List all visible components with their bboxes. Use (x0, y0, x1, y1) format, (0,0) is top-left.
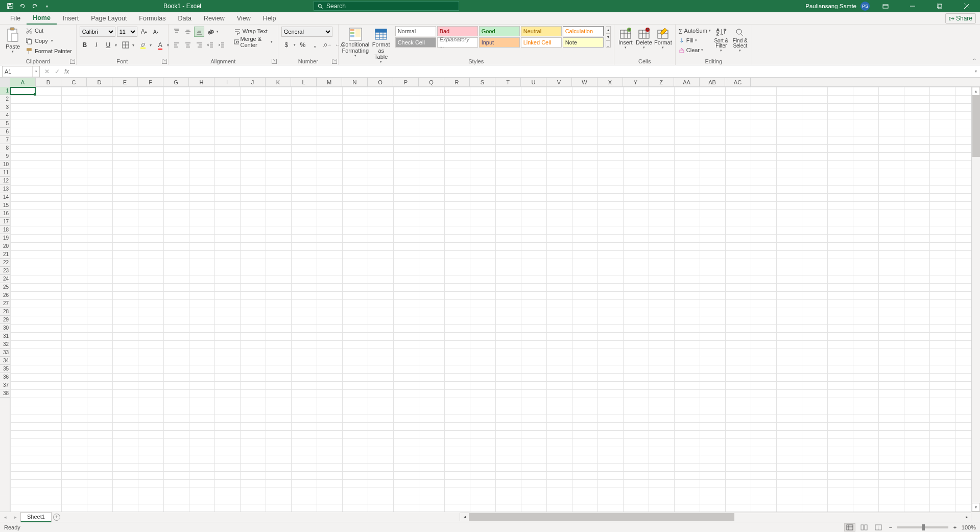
row-header[interactable]: 22 (0, 259, 10, 267)
style-neutral[interactable]: Neutral (521, 26, 562, 36)
row-header[interactable]: 37 (0, 381, 10, 389)
alignment-dialog-icon[interactable] (272, 59, 277, 64)
vscroll-thumb[interactable] (972, 96, 980, 157)
redo-icon[interactable] (30, 1, 40, 11)
scroll-down-icon[interactable]: ▾ (972, 503, 980, 512)
fx-icon[interactable]: fx (64, 68, 69, 75)
align-middle-icon[interactable] (183, 27, 193, 37)
increase-font-icon[interactable]: A▴ (139, 27, 149, 37)
scroll-right-icon[interactable]: ▸ (962, 513, 971, 521)
merge-center-button[interactable]: Merge & Center▾ (232, 37, 275, 47)
row-header[interactable]: 33 (0, 349, 10, 357)
undo-icon[interactable] (17, 1, 28, 11)
tab-page-layout[interactable]: Page Layout (85, 13, 133, 24)
page-break-view-icon[interactable] (873, 523, 884, 531)
style-check-cell[interactable]: Check Cell (395, 37, 436, 48)
column-header[interactable]: L (291, 78, 317, 87)
style-explanatory[interactable]: Explanatory ... (437, 37, 478, 48)
column-header[interactable]: AA (674, 78, 700, 87)
tab-insert[interactable]: Insert (57, 13, 85, 24)
vertical-scrollbar[interactable]: ▴ ▾ (971, 87, 980, 512)
hscroll-thumb[interactable] (469, 513, 734, 521)
fill-color-icon[interactable] (138, 40, 148, 50)
tab-file[interactable]: File (4, 13, 27, 24)
orientation-icon[interactable]: ab (205, 27, 216, 37)
style-bad[interactable]: Bad (437, 26, 478, 36)
save-icon[interactable] (5, 1, 15, 11)
tab-formulas[interactable]: Formulas (133, 13, 172, 24)
gallery-down-icon[interactable]: ▾ (606, 33, 611, 40)
column-header[interactable]: E (112, 78, 138, 87)
accounting-format-icon[interactable]: $ (281, 40, 292, 50)
autosum-button[interactable]: ∑AutoSum▾ (679, 26, 711, 35)
column-header[interactable]: O (368, 78, 393, 87)
decrease-font-icon[interactable]: A▾ (151, 27, 161, 37)
cancel-formula-icon[interactable]: ✕ (43, 68, 51, 75)
font-dialog-icon[interactable] (162, 59, 167, 64)
increase-decimal-icon[interactable]: .0→ (322, 40, 332, 50)
name-box-dropdown-icon[interactable]: ▾ (32, 66, 39, 77)
column-header[interactable]: C (61, 78, 87, 87)
number-dialog-icon[interactable] (332, 59, 337, 64)
column-header[interactable]: AB (700, 78, 725, 87)
number-format-select[interactable]: General (281, 27, 332, 37)
clear-button[interactable]: Clear▾ (679, 45, 711, 55)
row-header[interactable]: 31 (0, 332, 10, 340)
row-header[interactable]: 12 (0, 177, 10, 185)
bold-button[interactable]: B (80, 40, 90, 50)
row-header[interactable]: 13 (0, 185, 10, 193)
scroll-left-icon[interactable]: ◂ (460, 513, 469, 521)
column-header[interactable]: AC (725, 78, 751, 87)
column-header[interactable]: B (36, 78, 61, 87)
row-header[interactable]: 18 (0, 226, 10, 234)
share-button[interactable]: Share (945, 13, 976, 24)
gallery-more-icon[interactable]: ⎯ (606, 40, 611, 48)
column-header[interactable]: K (266, 78, 291, 87)
delete-cells-button[interactable]: × Delete▾ (636, 26, 652, 50)
style-normal[interactable]: Normal (395, 26, 436, 36)
cells-area[interactable]: ▴ ▾ (10, 87, 980, 512)
row-header[interactable]: 20 (0, 242, 10, 250)
column-header[interactable]: M (317, 78, 342, 87)
normal-view-icon[interactable] (844, 523, 855, 531)
gallery-up-icon[interactable]: ▴ (606, 26, 611, 33)
row-header[interactable]: 35 (0, 365, 10, 373)
row-header[interactable]: 8 (0, 144, 10, 152)
row-header[interactable]: 1 (0, 87, 10, 95)
fill-button[interactable]: Fill▾ (679, 36, 711, 45)
column-header[interactable]: W (572, 78, 597, 87)
zoom-slider[interactable] (897, 526, 948, 528)
percent-format-icon[interactable]: % (298, 40, 308, 50)
column-header[interactable]: T (495, 78, 521, 87)
row-header[interactable]: 4 (0, 111, 10, 120)
zoom-level[interactable]: 100% (962, 524, 976, 530)
italic-button[interactable]: I (91, 40, 102, 50)
scroll-up-icon[interactable]: ▴ (972, 87, 980, 96)
sort-filter-button[interactable]: AZ Sort & Filter▾ (713, 26, 730, 53)
column-header[interactable]: H (189, 78, 214, 87)
column-header[interactable]: X (597, 78, 623, 87)
column-header[interactable]: G (163, 78, 189, 87)
style-input[interactable]: Input (479, 37, 520, 48)
column-header[interactable]: R (444, 78, 470, 87)
clipboard-dialog-icon[interactable] (70, 59, 75, 64)
row-header[interactable]: 6 (0, 128, 10, 136)
style-good[interactable]: Good (479, 26, 520, 36)
tab-data[interactable]: Data (172, 13, 197, 24)
active-cell[interactable] (10, 87, 36, 95)
sheet-nav-prev-icon[interactable]: ◂ (0, 512, 10, 522)
paste-button[interactable]: Paste ▾ (3, 26, 22, 54)
row-header[interactable]: 32 (0, 340, 10, 349)
zoom-in-icon[interactable]: + (951, 524, 959, 530)
tab-home[interactable]: Home (27, 12, 57, 25)
style-linked-cell[interactable]: Linked Cell (521, 37, 562, 48)
tab-help[interactable]: Help (257, 13, 282, 24)
formula-input[interactable] (71, 66, 972, 77)
row-header[interactable]: 2 (0, 95, 10, 103)
style-note[interactable]: Note (563, 37, 604, 48)
column-header[interactable]: J (240, 78, 266, 87)
column-header[interactable]: I (214, 78, 240, 87)
decrease-indent-icon[interactable] (205, 40, 216, 50)
row-header[interactable]: 28 (0, 308, 10, 316)
format-cells-button[interactable]: Format▾ (654, 26, 672, 50)
